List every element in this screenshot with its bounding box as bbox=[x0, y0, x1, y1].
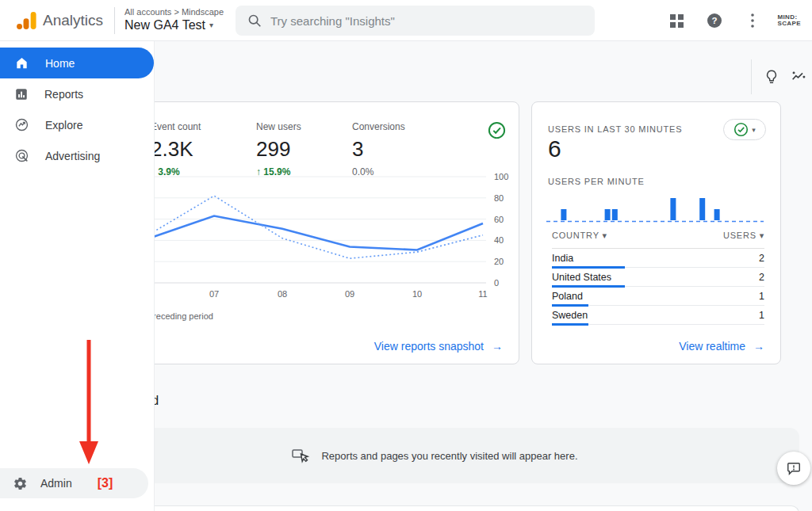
sidebar-item-label: Explore bbox=[45, 119, 82, 132]
svg-text:08: 08 bbox=[278, 289, 287, 299]
country-users: 2 bbox=[759, 272, 764, 286]
country-bar bbox=[552, 323, 588, 326]
country-users: 1 bbox=[759, 310, 764, 324]
country-column-header[interactable]: COUNTRY ▾ bbox=[552, 231, 607, 241]
metric-new-users[interactable]: New users299↑ 15.9% bbox=[256, 121, 301, 177]
metric-value: 3 bbox=[352, 137, 405, 162]
chevron-down-icon: ▾ bbox=[752, 126, 756, 134]
actions-divider bbox=[751, 59, 752, 94]
property-selector[interactable]: New GA4 Test ▾ bbox=[124, 17, 224, 33]
recently-visited-empty-state: Reports and pages you recently visited w… bbox=[70, 428, 799, 483]
country-users: 2 bbox=[759, 253, 764, 267]
metric-value: 299 bbox=[256, 137, 301, 162]
recently-visited-message: Reports and pages you recently visited w… bbox=[321, 450, 577, 462]
users-column-header[interactable]: USERS ▾ bbox=[723, 231, 764, 241]
users-per-minute-chart bbox=[546, 191, 768, 227]
reports-icon bbox=[14, 87, 29, 101]
feedback-bubble-icon bbox=[786, 460, 802, 476]
realtime-users-value: 6 bbox=[548, 135, 561, 162]
country-row[interactable]: India2 bbox=[552, 249, 764, 268]
sidebar-item-explore[interactable]: Explore bbox=[0, 109, 154, 140]
metric-label: Event count bbox=[151, 121, 201, 132]
view-reports-snapshot-link[interactable]: View reports snapshot → bbox=[374, 340, 503, 353]
sidebar-item-label: Admin bbox=[40, 477, 72, 490]
legend-label: preceding period bbox=[148, 311, 213, 321]
annotation-step-label: [3] bbox=[98, 476, 113, 490]
country-name: Poland bbox=[552, 291, 583, 305]
svg-text:07: 07 bbox=[209, 289, 219, 299]
realtime-card: USERS IN LAST 30 MINUTES ▾ 6 USERS PER M… bbox=[531, 101, 781, 364]
country-name: United States bbox=[552, 272, 611, 286]
country-header-label: COUNTRY bbox=[552, 231, 599, 240]
more-vert-icon[interactable] bbox=[739, 7, 766, 34]
apps-grid-icon[interactable] bbox=[663, 7, 690, 34]
svg-text:80: 80 bbox=[494, 193, 504, 203]
users-per-minute-label: USERS PER MINUTE bbox=[548, 177, 645, 186]
trend-series-current bbox=[147, 216, 484, 250]
sidebar-item-label: Advertising bbox=[45, 150, 100, 162]
home-icon bbox=[14, 55, 29, 71]
chevron-down-icon: ▾ bbox=[209, 17, 213, 33]
svg-text:?: ? bbox=[712, 16, 718, 25]
sidebar-item-label: Reports bbox=[44, 88, 83, 101]
search-input[interactable] bbox=[270, 14, 584, 28]
sidebar-item-admin[interactable]: Admin [3] bbox=[0, 468, 148, 498]
svg-text:11: 11 bbox=[478, 289, 487, 299]
sort-caret-icon: ▾ bbox=[602, 231, 607, 240]
analytics-logo-icon bbox=[16, 10, 36, 31]
country-name: Sweden bbox=[552, 310, 588, 324]
property-name: New GA4 Test bbox=[124, 17, 205, 33]
country-row[interactable]: Sweden1 bbox=[552, 306, 764, 325]
cursor-click-icon bbox=[291, 445, 312, 466]
check-circle-icon bbox=[733, 122, 749, 137]
sidebar-item-label: Home bbox=[45, 57, 75, 70]
nav-sidebar: HomeReportsExploreAdvertising Admin [3] bbox=[0, 41, 155, 511]
users-header-label: USERS bbox=[723, 231, 756, 240]
trend-series-preceding bbox=[147, 196, 484, 258]
metric-label: New users bbox=[256, 121, 301, 132]
svg-text:0: 0 bbox=[494, 278, 499, 288]
sidebar-item-home[interactable]: Home bbox=[0, 48, 154, 78]
feedback-button[interactable] bbox=[777, 452, 810, 485]
help-icon[interactable]: ? bbox=[701, 7, 728, 34]
gear-icon bbox=[13, 476, 28, 491]
insights-lightbulb-icon[interactable] bbox=[758, 63, 785, 90]
country-name: India bbox=[552, 253, 573, 267]
link-label: View reports snapshot bbox=[374, 340, 484, 353]
data-quality-check-icon[interactable] bbox=[488, 121, 506, 139]
country-users: 1 bbox=[759, 291, 764, 305]
search-icon bbox=[247, 13, 262, 29]
link-label: View realtime bbox=[679, 340, 745, 353]
arrow-right-icon: → bbox=[753, 340, 764, 353]
sidebar-item-reports[interactable]: Reports bbox=[0, 78, 154, 109]
arrow-right-icon: → bbox=[492, 340, 503, 353]
country-row[interactable]: United States2 bbox=[552, 268, 764, 287]
country-row[interactable]: Poland1 bbox=[552, 287, 764, 306]
svg-text:60: 60 bbox=[494, 215, 504, 224]
realtime-title: USERS IN LAST 30 MINUTES bbox=[548, 124, 682, 134]
org-logo: MIND: SCAPE bbox=[777, 14, 801, 27]
svg-text:10: 10 bbox=[412, 289, 422, 299]
app-header: Analytics All accounts > Mindscape New G… bbox=[0, 0, 812, 41]
sort-caret-icon: ▾ bbox=[760, 231, 764, 240]
svg-text:40: 40 bbox=[494, 235, 504, 245]
svg-text:20: 20 bbox=[494, 257, 504, 266]
explore-icon bbox=[14, 117, 29, 132]
metric-value: 2.3K bbox=[151, 137, 201, 162]
sidebar-item-advertising[interactable]: Advertising bbox=[0, 140, 154, 171]
search-bar[interactable] bbox=[236, 6, 595, 36]
view-realtime-link[interactable]: View realtime → bbox=[679, 340, 764, 353]
next-card-top-edge bbox=[70, 505, 799, 511]
metric-conversions[interactable]: Conversions30.0% bbox=[352, 121, 405, 177]
page-actions bbox=[751, 59, 812, 94]
header-divider bbox=[114, 7, 115, 34]
brand-title: Analytics bbox=[43, 12, 103, 29]
metric-label: Conversions bbox=[352, 121, 405, 132]
metric-event-count[interactable]: Event count2.3K↑ 3.9% bbox=[151, 121, 201, 177]
insights-trend-icon[interactable] bbox=[785, 63, 812, 90]
org-logo-line2: SCAPE bbox=[777, 20, 801, 27]
svg-text:100: 100 bbox=[494, 172, 508, 181]
advertising-icon bbox=[14, 148, 29, 163]
realtime-status-dropdown[interactable]: ▾ bbox=[723, 119, 766, 140]
breadcrumb[interactable]: All accounts > Mindscape bbox=[124, 7, 224, 17]
